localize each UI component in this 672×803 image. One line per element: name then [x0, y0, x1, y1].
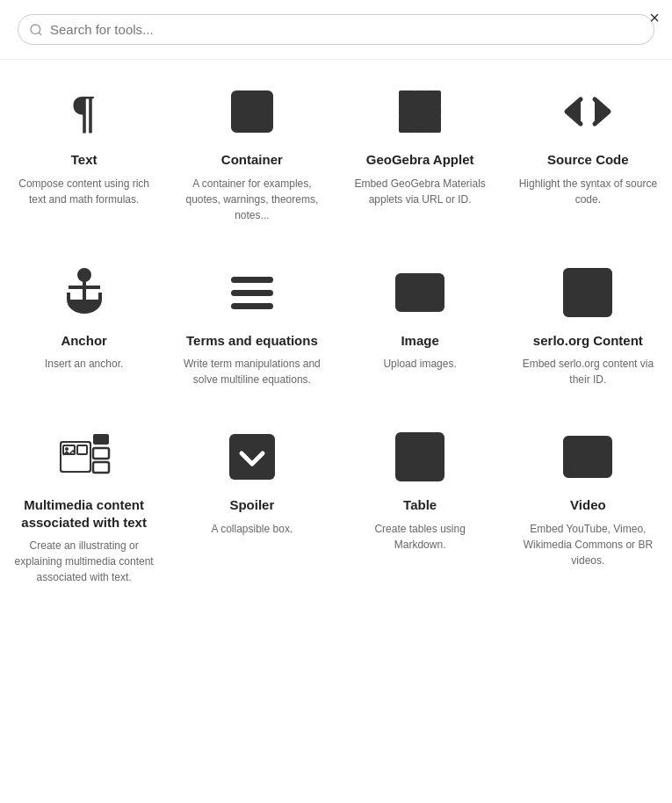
tool-card-source-code[interactable]: Source CodeHighlight the syntax of sourc… — [504, 60, 672, 241]
svg-rect-6 — [415, 90, 424, 108]
geogebra-icon — [389, 81, 451, 142]
container-icon — [221, 81, 283, 142]
tool-desc-spoiler: A collapsible box. — [212, 521, 293, 537]
svg-rect-28 — [93, 434, 109, 445]
text-icon: ¶ — [54, 81, 115, 142]
tool-card-container[interactable]: ContainerA container for examples, quote… — [168, 60, 336, 241]
tools-grid: ¶ TextCompose content using rich text an… — [0, 60, 672, 603]
search-bar — [0, 0, 672, 60]
svg-rect-31 — [229, 434, 275, 480]
svg-rect-8 — [399, 107, 441, 116]
image-icon — [389, 262, 451, 323]
tool-desc-table: Create tables using Markdown. — [350, 521, 490, 553]
tool-desc-source-code: Highlight the syntax of source code. — [518, 176, 658, 207]
video-icon — [557, 426, 618, 488]
tool-name-video: Video — [570, 496, 606, 514]
svg-rect-5 — [423, 115, 441, 133]
serlo-icon — [557, 262, 618, 323]
svg-rect-3 — [423, 90, 441, 108]
tool-name-image: Image — [401, 332, 438, 350]
tool-card-video[interactable]: VideoEmbed YouTube, Vimeo, Wikimedia Com… — [504, 405, 672, 603]
tool-card-text[interactable]: ¶ TextCompose content using rich text an… — [0, 60, 168, 241]
table-icon — [389, 426, 451, 488]
tool-desc-container: A container for examples, quotes, warnin… — [182, 176, 322, 223]
tool-name-serlo: serlo.org Content — [533, 332, 643, 350]
svg-point-26 — [65, 447, 69, 451]
tool-desc-terms: Write term manipulations and solve multi… — [182, 356, 322, 387]
tool-picker-modal: × ¶ TextCompose content using rich text … — [0, 0, 672, 803]
svg-rect-17 — [231, 303, 273, 309]
svg-rect-7 — [415, 115, 424, 133]
tool-name-container: Container — [221, 151, 283, 169]
svg-point-9 — [79, 270, 90, 280]
svg-rect-16 — [231, 290, 273, 296]
tool-name-spoiler: Spoiler — [229, 496, 274, 514]
tool-name-source-code: Source Code — [547, 151, 629, 169]
tool-card-image[interactable]: ImageUpload images. — [336, 241, 504, 406]
tool-card-serlo[interactable]: serlo.org ContentEmbed serlo.org content… — [504, 241, 672, 406]
tool-card-anchor[interactable]: AnchorInsert an anchor. — [0, 241, 168, 406]
svg-text:¶: ¶ — [71, 87, 96, 137]
anchor-icon — [54, 262, 115, 323]
tool-card-spoiler[interactable]: SpoilerA collapsible box. — [168, 405, 336, 603]
svg-rect-1 — [233, 92, 271, 131]
tool-name-table: Table — [403, 496, 437, 514]
tool-desc-text: Compose content using rich text and math… — [14, 176, 154, 207]
terms-icon — [221, 262, 283, 323]
tool-desc-video: Embed YouTube, Vimeo, Wikimedia Commons … — [518, 521, 658, 568]
source-code-icon — [557, 81, 618, 142]
svg-rect-4 — [399, 115, 416, 133]
svg-rect-20 — [565, 270, 611, 315]
tool-desc-multimedia: Create an illustrating or explaining mul… — [14, 538, 154, 585]
tool-card-geogebra[interactable]: GeoGebra AppletEmbed GeoGebra Materials … — [336, 60, 504, 241]
svg-rect-30 — [93, 462, 109, 473]
tool-name-multimedia: Multimedia content associated with text — [14, 496, 154, 531]
svg-rect-29 — [93, 448, 109, 459]
tool-desc-geogebra: Embed GeoGebra Materials applets via URL… — [350, 176, 490, 207]
close-button[interactable]: × — [649, 9, 660, 26]
tool-card-multimedia[interactable]: Multimedia content associated with textC… — [0, 405, 168, 603]
tool-name-terms: Terms and equations — [186, 332, 318, 350]
svg-rect-32 — [397, 434, 443, 480]
multimedia-icon — [54, 426, 115, 488]
spoiler-icon — [221, 426, 283, 488]
tool-desc-anchor: Insert an anchor. — [45, 356, 123, 372]
tool-name-text: Text — [71, 151, 98, 169]
tool-name-geogebra: GeoGebra Applet — [366, 151, 474, 169]
svg-rect-15 — [231, 277, 273, 283]
svg-rect-37 — [565, 438, 611, 476]
tool-card-terms[interactable]: Terms and equationsWrite term manipulati… — [168, 241, 336, 406]
tool-desc-serlo: Embed serlo.org content via their ID. — [518, 356, 658, 387]
tool-name-anchor: Anchor — [61, 332, 107, 350]
tool-card-table[interactable]: TableCreate tables using Markdown. — [336, 405, 504, 603]
search-input[interactable] — [18, 14, 654, 45]
svg-rect-2 — [399, 90, 416, 108]
tool-desc-image: Upload images. — [383, 356, 456, 372]
